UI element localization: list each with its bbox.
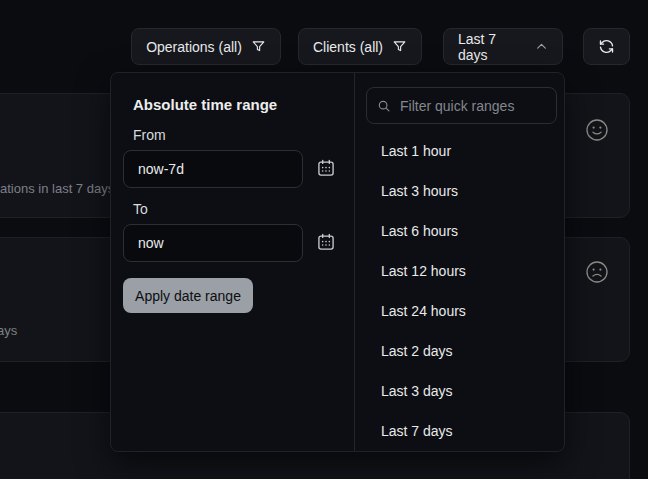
refresh-button[interactable] [583,28,630,65]
quick-range-item[interactable]: Last 12 hours [355,251,563,291]
to-label: To [133,201,148,217]
from-calendar-button[interactable] [315,158,337,180]
absolute-time-range-heading: Absolute time range [133,96,277,113]
quick-range-item[interactable]: Last 24 hours [355,291,563,331]
quick-range-item[interactable]: Last 3 days [355,371,563,411]
quick-range-item[interactable]: Last 2 days [355,331,563,371]
to-input[interactable] [123,224,303,262]
clients-filter-button[interactable]: Clients (all) [298,28,422,65]
apply-date-range-button[interactable]: Apply date range [123,278,253,313]
time-range-picker-button[interactable]: Last 7 days [443,28,563,65]
chevron-up-icon [535,40,548,53]
from-input[interactable] [123,150,303,188]
operations-filter-button[interactable]: Operations (all) [131,28,281,65]
quick-range-search-box [366,87,557,124]
to-calendar-button[interactable] [315,232,337,254]
from-label: From [133,127,166,143]
clients-filter-label: Clients (all) [313,39,383,55]
quick-range-list: Last 1 hourLast 3 hoursLast 6 hoursLast … [355,131,563,451]
frown-face-icon [584,259,610,285]
background-card1-caption: ations in last 7 days [0,181,114,196]
quick-range-item[interactable]: Last 1 hour [355,131,563,171]
search-icon [377,99,391,113]
quick-range-item[interactable]: Last 3 hours [355,171,563,211]
refresh-icon [598,38,615,55]
quick-range-item[interactable]: Last 7 days [355,411,563,451]
funnel-icon [251,39,266,54]
funnel-icon [392,39,407,54]
background-card2-caption: ays [0,323,17,338]
operations-filter-label: Operations (all) [146,39,242,55]
smiley-face-icon [584,117,610,143]
calendar-icon [316,232,336,252]
time-range-label: Last 7 days [458,31,526,63]
quick-range-item[interactable]: Last 6 hours [355,211,563,251]
quick-range-search-input[interactable] [398,97,546,115]
calendar-icon [316,158,336,178]
time-range-dropdown-panel: Absolute time range From To [110,72,565,452]
